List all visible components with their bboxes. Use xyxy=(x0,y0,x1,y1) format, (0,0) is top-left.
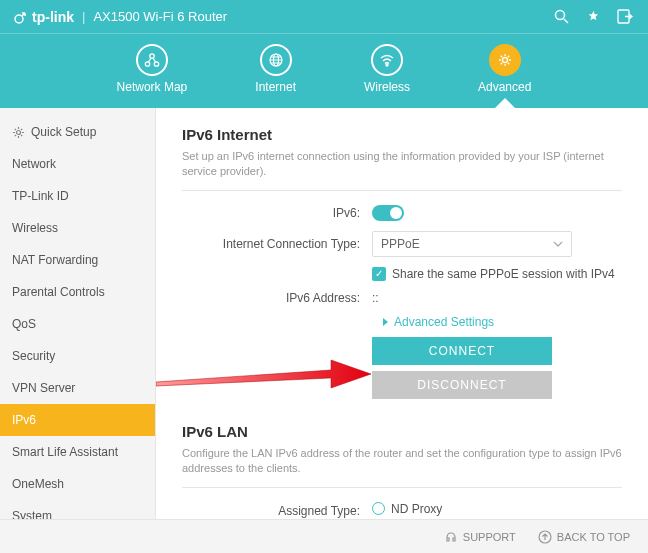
brand-separator: | xyxy=(82,9,85,24)
advanced-settings-link[interactable]: Advanced Settings xyxy=(382,315,622,329)
support-link[interactable]: SUPPORT xyxy=(444,530,516,544)
ipv6-label: IPv6: xyxy=(182,206,372,220)
advanced-icon xyxy=(489,44,521,76)
sidebar-item-label: QoS xyxy=(12,317,36,331)
sidebar-item-label: TP-Link ID xyxy=(12,189,69,203)
sidebar-item-label: Network xyxy=(12,157,56,171)
footer: SUPPORT BACK TO TOP xyxy=(0,519,648,553)
row-ipv6-toggle: IPv6: xyxy=(182,205,622,221)
sidebar-item-tplink-id[interactable]: TP-Link ID xyxy=(0,180,155,212)
annotation-arrow xyxy=(156,352,376,402)
ipv6-addr-label: IPv6 Address: xyxy=(182,291,372,305)
sidebar-item-label: IPv6 xyxy=(12,413,36,427)
ipv6-addr-value: :: xyxy=(372,291,622,305)
sidebar-item-onemesh[interactable]: OneMesh xyxy=(0,468,155,500)
radio-icon xyxy=(372,502,385,515)
svg-point-5 xyxy=(154,62,158,66)
svg-point-1 xyxy=(555,11,564,20)
svg-point-8 xyxy=(386,64,388,66)
main-content: IPv6 Internet Set up an IPv6 internet co… xyxy=(156,108,648,527)
sidebar-item-label: Security xyxy=(12,349,55,363)
svg-point-4 xyxy=(145,62,149,66)
led-icon[interactable] xyxy=(584,8,602,26)
chevron-down-icon xyxy=(553,241,563,247)
tab-label: Advanced xyxy=(478,80,531,94)
tab-label: Internet xyxy=(255,80,296,94)
section-desc-ipv6-internet: Set up an IPv6 internet connection using… xyxy=(182,149,622,191)
radio-nd-proxy[interactable]: ND Proxy xyxy=(372,502,622,516)
sidebar-item-label: OneMesh xyxy=(12,477,64,491)
model-name: AX1500 Wi-Fi 6 Router xyxy=(93,9,227,24)
support-label: SUPPORT xyxy=(463,531,516,543)
back-to-top-link[interactable]: BACK TO TOP xyxy=(538,530,630,544)
brand-name: tp-link xyxy=(32,9,74,25)
sidebar-item-ipv6[interactable]: IPv6 xyxy=(0,404,155,436)
share-pppoe-checkbox[interactable]: ✓ xyxy=(372,267,386,281)
brand-logo: tp-link xyxy=(14,9,74,25)
sidebar-item-parental[interactable]: Parental Controls xyxy=(0,276,155,308)
svg-point-9 xyxy=(502,58,507,63)
back-to-top-label: BACK TO TOP xyxy=(557,531,630,543)
share-pppoe-label: Share the same PPPoE session with IPv4 xyxy=(392,267,615,281)
tab-internet[interactable]: Internet xyxy=(255,44,296,94)
row-ipv6-address: IPv6 Address: :: xyxy=(182,291,622,305)
section-title-ipv6-lan: IPv6 LAN xyxy=(182,423,622,440)
tab-advanced[interactable]: Advanced xyxy=(478,44,531,94)
brand: tp-link | AX1500 Wi-Fi 6 Router xyxy=(14,9,227,25)
sidebar-item-quick-setup[interactable]: Quick Setup xyxy=(0,116,155,148)
support-icon xyxy=(444,530,458,544)
tab-network-map[interactable]: Network Map xyxy=(117,44,188,94)
search-icon[interactable] xyxy=(552,8,570,26)
svg-point-0 xyxy=(15,15,23,23)
logout-icon[interactable] xyxy=(616,8,634,26)
body: Quick Setup Network TP-Link ID Wireless … xyxy=(0,108,648,527)
network-map-icon xyxy=(136,44,168,76)
app-header: tp-link | AX1500 Wi-Fi 6 Router Network … xyxy=(0,0,648,108)
svg-point-3 xyxy=(150,54,154,58)
sidebar-item-vpn[interactable]: VPN Server xyxy=(0,372,155,404)
advanced-settings-label: Advanced Settings xyxy=(394,315,494,329)
tab-wireless[interactable]: Wireless xyxy=(364,44,410,94)
sidebar-item-label: Quick Setup xyxy=(31,125,96,139)
sidebar-item-label: NAT Forwarding xyxy=(12,253,98,267)
sidebar-item-wireless[interactable]: Wireless xyxy=(0,212,155,244)
sidebar-item-label: VPN Server xyxy=(12,381,75,395)
conn-type-select[interactable]: PPPoE xyxy=(372,231,572,257)
ipv6-toggle[interactable] xyxy=(372,205,404,221)
conn-type-value: PPPoE xyxy=(381,237,420,251)
conn-type-label: Internet Connection Type: xyxy=(182,237,372,251)
assigned-type-label: Assigned Type: xyxy=(182,502,372,518)
radio-label: ND Proxy xyxy=(391,502,442,516)
sidebar-item-label: Smart Life Assistant xyxy=(12,445,118,459)
internet-icon xyxy=(260,44,292,76)
section-desc-ipv6-lan: Configure the LAN IPv6 address of the ro… xyxy=(182,446,622,488)
sidebar-item-label: Parental Controls xyxy=(12,285,105,299)
sidebar-item-smartlife[interactable]: Smart Life Assistant xyxy=(0,436,155,468)
tab-label: Network Map xyxy=(117,80,188,94)
wireless-icon xyxy=(371,44,403,76)
sidebar-item-label: Wireless xyxy=(12,221,58,235)
sidebar-item-network[interactable]: Network xyxy=(0,148,155,180)
header-top-bar: tp-link | AX1500 Wi-Fi 6 Router xyxy=(0,0,648,34)
section-title-ipv6-internet: IPv6 Internet xyxy=(182,126,622,143)
connect-button[interactable]: CONNECT xyxy=(372,337,552,365)
caret-right-icon xyxy=(382,317,390,327)
sidebar-item-nat[interactable]: NAT Forwarding xyxy=(0,244,155,276)
row-share-pppoe: ✓ Share the same PPPoE session with IPv4 xyxy=(182,267,622,281)
header-actions xyxy=(552,8,634,26)
main-tabs: Network Map Internet Wireless Advanced xyxy=(0,34,648,108)
row-conn-type: Internet Connection Type: PPPoE xyxy=(182,231,622,257)
tab-label: Wireless xyxy=(364,80,410,94)
svg-point-10 xyxy=(17,130,21,134)
sidebar: Quick Setup Network TP-Link ID Wireless … xyxy=(0,108,156,527)
disconnect-button[interactable]: DISCONNECT xyxy=(372,371,552,399)
sidebar-item-qos[interactable]: QoS xyxy=(0,308,155,340)
up-arrow-icon xyxy=(538,530,552,544)
sidebar-item-security[interactable]: Security xyxy=(0,340,155,372)
